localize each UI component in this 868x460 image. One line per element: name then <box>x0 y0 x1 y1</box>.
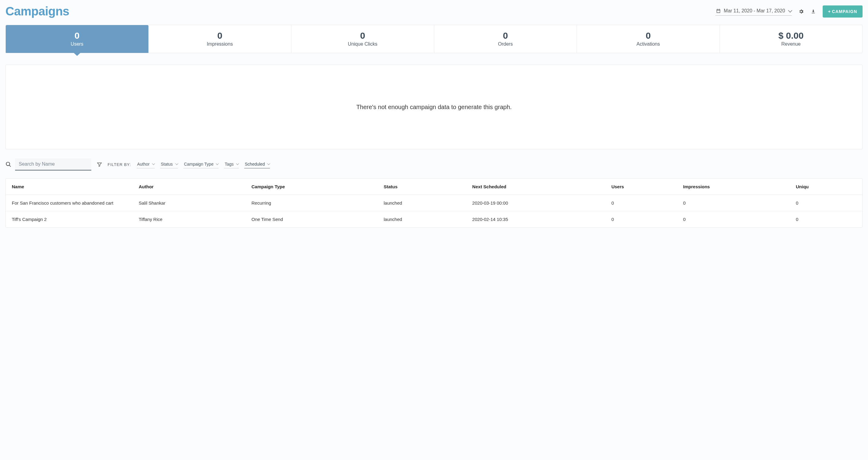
filter-bar: FILTER BY: AuthorStatusCampaign TypeTags… <box>5 158 863 171</box>
table-cell: 2020-02-14 10:35 <box>466 211 606 227</box>
stat-tab-orders[interactable]: 0Orders <box>434 25 577 53</box>
stat-value: 0 <box>152 31 288 41</box>
calendar-icon <box>716 8 721 13</box>
graph-panel: There's not enough campaign data to gene… <box>5 65 863 149</box>
plus-icon: + <box>828 9 831 14</box>
column-header[interactable]: Author <box>133 179 245 195</box>
stat-label: Unique Clicks <box>294 41 431 47</box>
new-campaign-label: CAMPAIGN <box>832 9 857 14</box>
chevron-down-icon <box>216 162 219 165</box>
chevron-down-icon <box>175 162 178 165</box>
table-cell: launched <box>378 195 466 211</box>
stat-tab-revenue[interactable]: $ 0.00Revenue <box>720 25 863 53</box>
stat-label: Impressions <box>152 41 288 47</box>
column-header[interactable]: Campaign Type <box>245 179 377 195</box>
graph-empty-message: There's not enough campaign data to gene… <box>356 104 512 111</box>
svg-point-0 <box>6 162 10 166</box>
table-header-row: NameAuthorCampaign TypeStatusNext Schedu… <box>6 179 862 195</box>
column-header[interactable]: Impressions <box>677 179 790 195</box>
filter-by-label: FILTER BY: <box>107 162 131 167</box>
stat-tab-impressions[interactable]: 0Impressions <box>149 25 292 53</box>
header-actions: Mar 11, 2020 - Mar 17, 2020 + CAMPAIGN <box>715 5 863 18</box>
filter-label-text: Tags <box>224 162 234 166</box>
column-header[interactable]: Name <box>6 179 133 195</box>
table-body: For San Francisco customers who abandone… <box>6 195 862 227</box>
stats-tabs: 0Users0Impressions0Unique Clicks0Orders0… <box>5 25 863 53</box>
filter-icon <box>97 162 102 167</box>
settings-button[interactable] <box>799 9 804 14</box>
stat-tab-unique-clicks[interactable]: 0Unique Clicks <box>291 25 434 53</box>
stat-value: 0 <box>294 31 431 41</box>
stat-value: 0 <box>9 31 145 41</box>
stat-value: 0 <box>580 31 717 41</box>
download-button[interactable] <box>811 9 816 14</box>
filter-author[interactable]: Author <box>136 161 155 168</box>
filter-label-text: Campaign Type <box>184 162 214 166</box>
column-header[interactable]: Next Scheduled <box>466 179 606 195</box>
page-header: Campaigns Mar 11, 2020 - Mar 17, 2020 + … <box>5 4 863 18</box>
stat-tab-activations[interactable]: 0Activations <box>577 25 720 53</box>
filter-label-text: Scheduled <box>245 162 265 166</box>
stat-tab-users[interactable]: 0Users <box>6 25 149 53</box>
search-input[interactable] <box>15 158 91 171</box>
stat-label: Activations <box>580 41 717 47</box>
column-header[interactable]: Users <box>606 179 677 195</box>
filter-label-text: Status <box>161 162 173 166</box>
table-cell: 2020-03-19 00:00 <box>466 195 606 211</box>
column-header[interactable]: Status <box>378 179 466 195</box>
chevron-down-icon <box>236 162 239 165</box>
table-cell: 0 <box>677 195 790 211</box>
campaigns-table-wrap: NameAuthorCampaign TypeStatusNext Schedu… <box>5 178 863 227</box>
table-row[interactable]: Tiff's Campaign 2Tiffany RiceOne Time Se… <box>6 211 862 227</box>
page-title: Campaigns <box>5 4 69 18</box>
table-cell: 0 <box>606 195 677 211</box>
chevron-down-icon <box>788 8 792 13</box>
filter-tags[interactable]: Tags <box>224 161 239 168</box>
chevron-down-icon <box>152 162 155 165</box>
search-icon <box>5 161 11 167</box>
search-wrap <box>5 158 91 171</box>
filter-label-text: Author <box>137 162 150 166</box>
column-header[interactable]: Uniqu <box>790 179 862 195</box>
filter-campaign-type[interactable]: Campaign Type <box>183 161 219 168</box>
table-cell: Tiff's Campaign 2 <box>6 211 133 227</box>
table-cell: Recurring <box>245 195 377 211</box>
table-cell: 0 <box>790 195 862 211</box>
table-cell: For San Francisco customers who abandone… <box>6 195 133 211</box>
table-cell: Salil Shankar <box>133 195 245 211</box>
table-cell: 0 <box>606 211 677 227</box>
campaigns-table: NameAuthorCampaign TypeStatusNext Schedu… <box>6 179 862 227</box>
table-row[interactable]: For San Francisco customers who abandone… <box>6 195 862 211</box>
stat-label: Users <box>9 41 145 47</box>
new-campaign-button[interactable]: + CAMPAIGN <box>823 5 863 18</box>
stat-label: Orders <box>437 41 574 47</box>
date-range-picker[interactable]: Mar 11, 2020 - Mar 17, 2020 <box>715 7 792 16</box>
stat-label: Revenue <box>723 41 860 47</box>
svg-line-1 <box>9 165 11 167</box>
stat-value: 0 <box>437 31 574 41</box>
date-range-text: Mar 11, 2020 - Mar 17, 2020 <box>724 8 785 13</box>
filter-status[interactable]: Status <box>160 161 178 168</box>
table-cell: Tiffany Rice <box>133 211 245 227</box>
stat-value: $ 0.00 <box>723 31 860 41</box>
table-cell: One Time Send <box>245 211 377 227</box>
filter-scheduled[interactable]: Scheduled <box>244 161 270 168</box>
chevron-down-icon <box>267 162 270 165</box>
table-cell: 0 <box>790 211 862 227</box>
table-cell: launched <box>378 211 466 227</box>
table-cell: 0 <box>677 211 790 227</box>
